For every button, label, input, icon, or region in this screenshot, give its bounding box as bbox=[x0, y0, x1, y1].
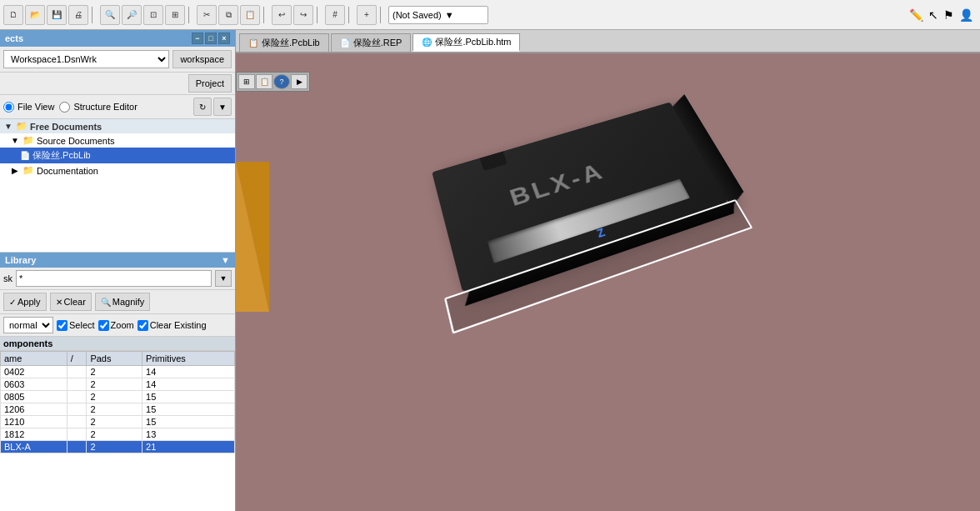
workspace-select[interactable]: Workspace1.DsnWrk bbox=[3, 50, 169, 68]
main-content: ects − □ × Workspace1.DsnWrk workspace P… bbox=[0, 30, 980, 511]
tab-rep-label: 保险丝.REP bbox=[353, 37, 402, 49]
col-pads[interactable]: Pads bbox=[87, 352, 142, 366]
file-icon: 📄 bbox=[20, 151, 30, 160]
table-row[interactable]: 1210215 bbox=[1, 416, 235, 428]
person-icon[interactable]: 👤 bbox=[959, 8, 973, 22]
library-search: sk ▼ bbox=[0, 268, 235, 290]
table-row[interactable]: 0402214 bbox=[1, 366, 235, 378]
tab-pcblib[interactable]: 📋 保险丝.PcbLib bbox=[239, 33, 329, 52]
tab-rep[interactable]: 📄 保险丝.REP bbox=[331, 33, 412, 52]
structure-editor-radio-input[interactable] bbox=[59, 102, 70, 113]
folder-icon: 📁 bbox=[22, 165, 34, 176]
panel-title: ects bbox=[5, 33, 23, 43]
not-saved-label: (Not Saved) bbox=[392, 10, 442, 20]
components-title: omponents bbox=[3, 338, 52, 348]
table-row[interactable]: 0805215 bbox=[1, 391, 235, 403]
sep3 bbox=[263, 7, 268, 23]
viewport-toolbar: ⊞ 📋 ? ▶ bbox=[236, 72, 310, 92]
print-btn[interactable]: 🖨 bbox=[68, 5, 88, 25]
vp-btn-2[interactable]: 📋 bbox=[256, 74, 272, 89]
col-slash[interactable]: / bbox=[67, 352, 87, 366]
search-dropdown-btn[interactable]: ▼ bbox=[215, 270, 232, 287]
grid-btn[interactable]: # bbox=[325, 5, 345, 25]
tab-pcblib-icon: 📋 bbox=[248, 38, 258, 48]
filter-bar: normal Select Zoom Clear Existing bbox=[0, 314, 235, 337]
clear-existing-label: Clear Existing bbox=[150, 320, 207, 330]
new-btn[interactable]: 🗋 bbox=[3, 5, 23, 25]
copy-btn[interactable]: ⧉ bbox=[218, 5, 238, 25]
zoom-in-btn[interactable]: 🔍 bbox=[100, 5, 120, 25]
panel-controls: − □ × bbox=[192, 33, 230, 44]
components-header: omponents bbox=[0, 337, 235, 351]
library-title: Library bbox=[5, 255, 36, 265]
clear-button[interactable]: ✕ Clear bbox=[50, 293, 92, 311]
flag-icon[interactable]: ⚑ bbox=[943, 8, 954, 22]
paste-btn[interactable]: 📋 bbox=[240, 5, 260, 25]
cut-btn[interactable]: ✂ bbox=[197, 5, 217, 25]
table-row[interactable]: 1206215 bbox=[1, 403, 235, 416]
panel-close-btn[interactable]: × bbox=[218, 33, 230, 44]
workspace-area: Workspace1.DsnWrk workspace bbox=[0, 47, 235, 73]
fileview-bar: File View Structure Editor ↻ ▼ bbox=[0, 95, 235, 119]
undo-btn[interactable]: ↩ bbox=[272, 5, 292, 25]
place-btn[interactable]: + bbox=[357, 5, 377, 25]
component-label: BLX-A bbox=[507, 158, 609, 213]
project-button[interactable]: Project bbox=[188, 74, 232, 93]
triangle-tip bbox=[236, 162, 269, 312]
file-view-radio-input[interactable] bbox=[3, 102, 14, 113]
zoom-area-btn[interactable]: ⊞ bbox=[165, 5, 185, 25]
panel-minimize-btn[interactable]: − bbox=[192, 33, 203, 44]
zoom-out-btn[interactable]: 🔎 bbox=[122, 5, 142, 25]
sep2 bbox=[188, 7, 193, 23]
fileview-icons: ↻ ▼ bbox=[193, 98, 232, 116]
left-panel: ects − □ × Workspace1.DsnWrk workspace P… bbox=[0, 30, 236, 511]
cursor-icon[interactable]: ↖ bbox=[928, 8, 938, 22]
zoom-checkbox[interactable] bbox=[98, 320, 109, 331]
panel-maximize-btn[interactable]: □ bbox=[205, 33, 217, 44]
component-3d-container: BLX-A Z bbox=[432, 102, 728, 292]
table-row[interactable]: BLX-A221 bbox=[1, 441, 235, 453]
clear-existing-checkbox[interactable] bbox=[138, 320, 148, 331]
magnify-button[interactable]: 🔍 Magnify bbox=[95, 293, 151, 311]
col-name[interactable]: ame bbox=[1, 352, 68, 366]
library-buttons: ✓ Apply ✕ Clear 🔍 Magnify bbox=[0, 290, 235, 314]
select-label: Select bbox=[69, 320, 95, 330]
tab-htm-label: 保险丝.PcbLib.htm bbox=[435, 36, 511, 48]
workspace-button[interactable]: workspace bbox=[172, 50, 232, 68]
settings-icon-btn[interactable]: ▼ bbox=[213, 98, 232, 116]
not-saved-dropdown[interactable]: (Not Saved) ▼ bbox=[388, 6, 488, 24]
table-row[interactable]: 1812213 bbox=[1, 428, 235, 441]
main-viewport: 📋 保险丝.PcbLib 📄 保险丝.REP 🌐 保险丝.PcbLib.htm … bbox=[236, 30, 980, 511]
vp-btn-1[interactable]: ⊞ bbox=[238, 74, 255, 89]
save-btn[interactable]: 💾 bbox=[47, 5, 67, 25]
library-chevron[interactable]: ▼ bbox=[221, 255, 230, 265]
tab-htm[interactable]: 🌐 保险丝.PcbLib.htm bbox=[412, 33, 520, 52]
table-row[interactable]: 0603214 bbox=[1, 378, 235, 391]
tree-label: Free Documents bbox=[30, 122, 102, 132]
viewport-area[interactable]: ⊞ 📋 ? ▶ BLX-A bbox=[236, 53, 980, 511]
library-header: Library ▼ bbox=[0, 253, 235, 268]
help-icon-btn[interactable]: ? bbox=[273, 74, 290, 89]
tree-item-pcblib[interactable]: 📄 保险丝.PcbLib bbox=[0, 148, 235, 163]
edit-icon[interactable]: ✏️ bbox=[909, 8, 923, 22]
component-z-label: Z bbox=[595, 226, 608, 240]
tree-item-source-documents[interactable]: ▼ 📁 Source Documents bbox=[0, 133, 235, 148]
select-checkbox[interactable] bbox=[57, 320, 68, 331]
open-btn[interactable]: 📂 bbox=[25, 5, 45, 25]
apply-button[interactable]: ✓ Apply bbox=[3, 293, 47, 311]
filter-mode-select[interactable]: normal bbox=[3, 317, 53, 333]
tree-item-documentation[interactable]: ▶ 📁 Documentation bbox=[0, 163, 235, 178]
tabs-bar: 📋 保险丝.PcbLib 📄 保险丝.REP 🌐 保险丝.PcbLib.htm bbox=[236, 30, 980, 53]
zoom-fit-btn[interactable]: ⊡ bbox=[143, 5, 163, 25]
clear-existing-checkbox-item: Clear Existing bbox=[138, 320, 207, 331]
redo-btn[interactable]: ↪ bbox=[293, 5, 313, 25]
tree-area: ▼ 📁 Free Documents ▼ 📁 Source Documents … bbox=[0, 119, 235, 253]
col-primitives[interactable]: Primitives bbox=[142, 352, 235, 366]
refresh-icon-btn[interactable]: ↻ bbox=[193, 98, 212, 116]
clear-label: Clear bbox=[64, 297, 86, 307]
sep4 bbox=[317, 7, 322, 23]
tree-item-free-documents[interactable]: ▼ 📁 Free Documents bbox=[0, 119, 235, 133]
vp-btn-3[interactable]: ▶ bbox=[291, 74, 308, 89]
search-input[interactable] bbox=[16, 270, 212, 287]
chevron-down-icon: ▼ bbox=[445, 10, 454, 20]
